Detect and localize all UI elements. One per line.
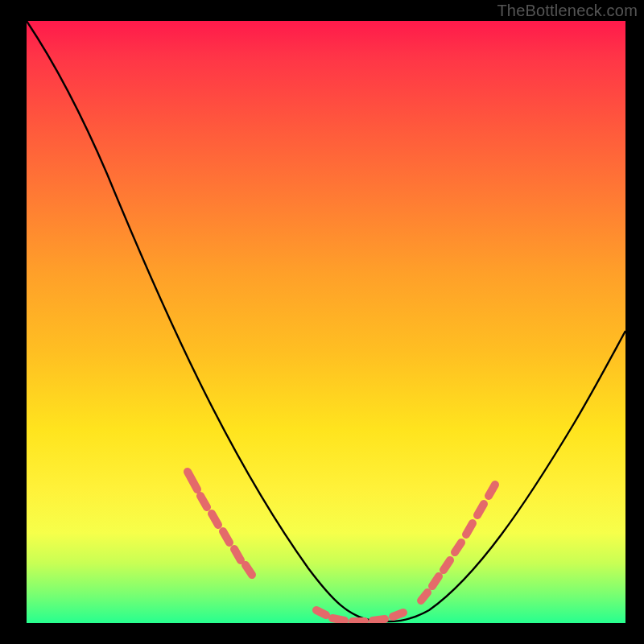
watermark-text: TheBottleneck.com bbox=[497, 2, 638, 20]
chart-frame: TheBottleneck.com bbox=[0, 0, 644, 644]
threshold-markers-right bbox=[421, 485, 495, 601]
threshold-markers-flat bbox=[316, 610, 403, 621]
threshold-markers-left bbox=[188, 472, 252, 575]
curve-path bbox=[27, 21, 625, 621]
bottleneck-curve-plot bbox=[27, 21, 625, 623]
